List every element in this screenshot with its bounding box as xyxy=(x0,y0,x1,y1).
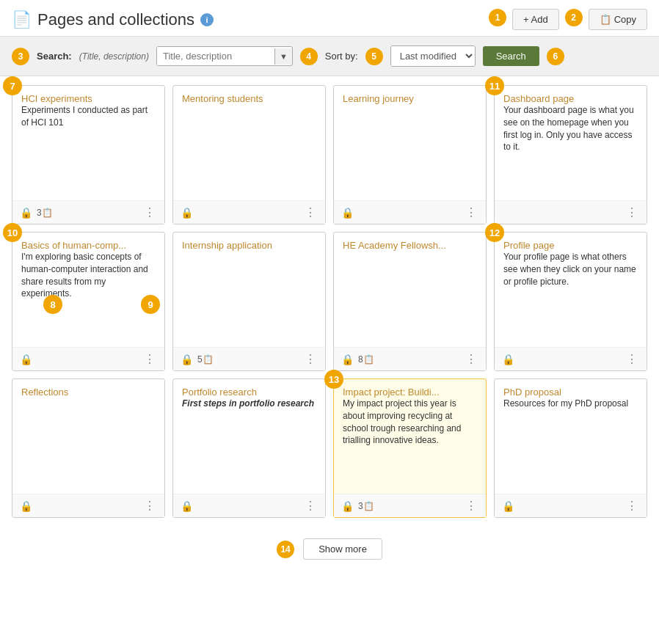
card-title[interactable]: Dashboard page xyxy=(503,93,574,104)
show-more-button[interactable]: Show more xyxy=(303,538,382,560)
card-title[interactable]: Portfolio research xyxy=(182,387,257,398)
badge-10: 10 xyxy=(3,223,22,242)
badge-8: 8 xyxy=(43,295,62,314)
card-internship-application: Internship application 🔒 5📋 ⋮ xyxy=(172,232,326,371)
search-input[interactable] xyxy=(157,47,274,65)
more-options-icon[interactable]: ⋮ xyxy=(142,352,157,366)
search-sublabel: (Title, description) xyxy=(79,51,149,62)
card-title[interactable]: Mentoring students xyxy=(182,93,263,104)
card-description: Resources for my PhD proposal xyxy=(503,398,638,410)
badge-2: 2 xyxy=(565,9,583,26)
collection-icon: 5📋 xyxy=(197,354,214,365)
badge-9: 9 xyxy=(141,295,160,314)
card-footer: 🔒 ⋮ xyxy=(495,494,647,517)
search-button[interactable]: Search xyxy=(483,46,539,66)
card-footer: 🔒 3📋 ⋮ xyxy=(12,200,164,224)
more-options-icon[interactable]: ⋮ xyxy=(464,352,478,366)
card-footer: 🔒 ⋮ xyxy=(173,494,325,517)
card-title[interactable]: Learning journey xyxy=(343,93,414,104)
card-body: Profile page Your profile page is what o… xyxy=(495,233,647,347)
info-icon[interactable]: i xyxy=(200,13,214,26)
search-input-wrap: ▼ xyxy=(156,46,293,66)
copy-icon: 📋 xyxy=(600,14,611,25)
lock-icon: 🔒 xyxy=(341,207,354,219)
more-options-icon[interactable]: ⋮ xyxy=(303,205,318,219)
card-learning-journey: Learning journey 🔒 ⋮ xyxy=(333,85,487,224)
more-options-icon[interactable]: ⋮ xyxy=(142,205,157,219)
lock-icon: 🔒 xyxy=(20,500,32,512)
more-options-icon[interactable]: ⋮ xyxy=(464,499,478,513)
card-footer: ⋮ xyxy=(495,200,647,224)
lock-icon: 🔒 xyxy=(20,354,32,365)
badge-14: 14 xyxy=(277,541,294,558)
sort-select-wrap: Last modified Title Date created xyxy=(390,45,476,67)
card-footer: 🔒 ⋮ xyxy=(495,347,647,370)
card-body: Mentoring students xyxy=(173,86,325,200)
card-dashboard-page: 11 Dashboard page Your dashboard page is… xyxy=(494,85,647,224)
card-title[interactable]: Profile page xyxy=(503,240,554,251)
page-header: 📄 Pages and collections i 1 + Add 2 📋 Co… xyxy=(0,0,659,37)
collection-icon: 3📋 xyxy=(358,501,374,511)
badge-6: 6 xyxy=(547,48,564,65)
card-title[interactable]: PhD proposal xyxy=(503,387,561,398)
collection-icon: 3📋 xyxy=(37,208,53,218)
card-body: Internship application xyxy=(173,233,325,347)
card-footer: 🔒 ⋮ xyxy=(12,494,164,517)
collection-count: 3📋 xyxy=(37,208,53,218)
card-body: Dashboard page Your dashboard page is wh… xyxy=(495,86,647,200)
sort-label: Sort by: xyxy=(325,51,358,62)
lock-icon: 🔒 xyxy=(20,207,32,219)
more-options-icon[interactable]: ⋮ xyxy=(625,352,639,366)
card-description: Your dashboard page is what you see on t… xyxy=(503,104,638,153)
search-dropdown-arrow[interactable]: ▼ xyxy=(274,48,292,65)
card-description: Experiments I conducted as part of HCI 1… xyxy=(21,104,156,129)
collection-icon: 8📋 xyxy=(358,354,374,365)
more-options-icon[interactable]: ⋮ xyxy=(303,499,318,513)
badge-1: 1 xyxy=(489,9,506,26)
search-label: Search: xyxy=(37,51,72,62)
collection-count: 5📋 xyxy=(197,354,214,365)
lock-icon: 🔒 xyxy=(502,354,514,365)
card-impact-project: 13 Impact project: Buildi... My impact p… xyxy=(333,378,487,518)
lock-icon: 🔒 xyxy=(502,500,514,512)
title-wrap: 📄 Pages and collections i xyxy=(12,10,214,29)
card-footer: 🔒 3📋 ⋮ xyxy=(334,494,486,517)
card-hci-experiments: 7 8 9 HCI experiments Experiments I cond… xyxy=(12,85,165,224)
sort-select[interactable]: Last modified Title Date created xyxy=(391,46,475,66)
card-title[interactable]: Impact project: Buildi... xyxy=(343,387,440,398)
card-description: Your profile page is what others see whe… xyxy=(503,251,638,288)
card-phd-proposal: PhD proposal Resources for my PhD propos… xyxy=(494,378,647,518)
badge-4: 4 xyxy=(300,48,318,65)
card-title[interactable]: HCI experiments xyxy=(21,93,92,104)
card-description: I'm exploring basic concepts of human-co… xyxy=(21,251,156,300)
page-icon: 📄 xyxy=(12,10,32,29)
badge-3: 3 xyxy=(12,48,29,65)
card-body: Basics of human-comp... I'm exploring ba… xyxy=(12,233,164,347)
card-body: Learning journey xyxy=(334,86,486,200)
more-options-icon[interactable]: ⋮ xyxy=(142,499,157,513)
card-body: HE Academy Fellowsh... xyxy=(334,233,486,347)
add-label: + Add xyxy=(523,14,548,25)
card-footer: 🔒 ⋮ xyxy=(173,200,325,224)
card-profile-page: 12 Profile page Your profile page is wha… xyxy=(494,232,647,371)
lock-icon: 🔒 xyxy=(181,207,193,219)
card-title[interactable]: Internship application xyxy=(182,240,272,251)
card-title[interactable]: Basics of human-comp... xyxy=(21,240,126,251)
card-body: Reflections xyxy=(12,379,164,494)
more-options-icon[interactable]: ⋮ xyxy=(625,499,639,513)
card-reflections: Reflections 🔒 ⋮ xyxy=(12,378,165,518)
more-options-icon[interactable]: ⋮ xyxy=(464,205,478,219)
badge-11: 11 xyxy=(485,76,504,95)
card-portfolio-research: Portfolio research First steps in portfo… xyxy=(172,378,326,518)
card-body: Portfolio research First steps in portfo… xyxy=(173,379,325,494)
add-button[interactable]: + Add xyxy=(512,9,559,30)
card-description: First steps in portfolio research xyxy=(182,398,316,410)
copy-button[interactable]: 📋 Copy xyxy=(589,9,647,30)
more-options-icon[interactable]: ⋮ xyxy=(625,205,639,219)
badge-5: 5 xyxy=(365,48,383,65)
card-title[interactable]: HE Academy Fellowsh... xyxy=(343,240,446,251)
card-body: PhD proposal Resources for my PhD propos… xyxy=(495,379,647,494)
card-title[interactable]: Reflections xyxy=(21,387,68,398)
more-options-icon[interactable]: ⋮ xyxy=(303,352,318,366)
card-body: Impact project: Buildi... My impact proj… xyxy=(334,379,486,494)
